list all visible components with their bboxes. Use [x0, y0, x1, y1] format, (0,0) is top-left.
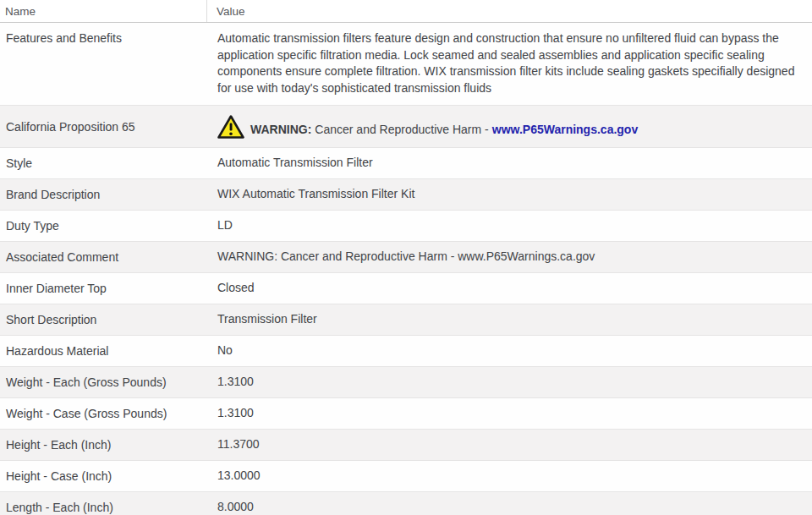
row-value-cell: 1.3100: [207, 374, 812, 391]
row-value-cell: WIX Automatic Transmission Filter Kit: [207, 186, 812, 203]
row-name-cell: California Proposition 65: [0, 119, 207, 134]
row-value-cell: WARNING: Cancer and Reproductive Harm - …: [207, 249, 812, 266]
row-value-cell: 8.0000: [207, 499, 812, 515]
table-row: Features and BenefitsAutomatic transmiss…: [0, 23, 812, 106]
table-row: Weight - Case (Gross Pounds)1.3100: [0, 398, 812, 430]
row-value-cell: Transmission Filter: [207, 311, 812, 328]
row-value-cell: Automatic transmission filters feature d…: [207, 23, 812, 96]
row-value-cell: LD: [207, 217, 812, 234]
warning-text: Cancer and Reproductive Harm -: [315, 123, 488, 136]
table-row: Height - Each (Inch)11.3700: [0, 430, 812, 461]
row-name-cell: Features and Benefits: [0, 23, 207, 46]
table-row: California Proposition 65WARNING:Cancer …: [0, 106, 812, 148]
warning-label: WARNING:: [250, 123, 311, 136]
row-name-cell: Weight - Case (Gross Pounds): [0, 406, 207, 421]
table-row: Duty TypeLD: [0, 211, 812, 242]
row-name-cell: Brand Description: [0, 187, 207, 202]
header-name-column: Name: [0, 0, 207, 22]
row-value-cell: Closed: [207, 280, 812, 297]
table-row: Inner Diameter TopClosed: [0, 273, 812, 304]
table-header: Name Value: [0, 0, 812, 23]
row-name-cell: Height - Each (Inch): [0, 437, 207, 452]
row-value-cell: 1.3100: [207, 405, 812, 422]
header-value-column: Value: [207, 0, 812, 22]
p65-warnings-link[interactable]: www.P65Warnings.ca.gov: [492, 123, 638, 136]
table-row: Associated CommentWARNING: Cancer and Re…: [0, 242, 812, 273]
row-name-cell: Short Description: [0, 312, 207, 327]
row-name-cell: Hazardous Material: [0, 343, 207, 359]
table-row: Hazardous MaterialNo: [0, 336, 812, 367]
row-value-cell: Automatic Transmission Filter: [207, 155, 812, 172]
table-body: Features and BenefitsAutomatic transmiss…: [0, 23, 812, 515]
row-value-cell: 13.0000: [207, 468, 812, 485]
warning-triangle-icon: [217, 114, 244, 140]
table-row: Height - Case (Inch)13.0000: [0, 461, 812, 492]
row-value-cell: No: [207, 342, 812, 359]
row-name-cell: Inner Diameter Top: [0, 281, 207, 296]
row-name-cell: Associated Comment: [0, 249, 207, 265]
row-name-cell: Weight - Each (Gross Pounds): [0, 375, 207, 390]
row-name-cell: Duty Type: [0, 218, 207, 233]
row-name-cell: Style: [0, 156, 207, 171]
table-row: Weight - Each (Gross Pounds)1.3100: [0, 367, 812, 398]
row-value-cell: 11.3700: [207, 436, 812, 453]
table-row: Brand DescriptionWIX Automatic Transmiss…: [0, 179, 812, 211]
product-spec-table: Name Value Features and BenefitsAutomati…: [0, 0, 812, 515]
row-name-cell: Length - Each (Inch): [0, 500, 207, 515]
row-value-cell: WARNING:Cancer and Reproductive Harm -ww…: [207, 114, 812, 140]
warning-message: WARNING:Cancer and Reproductive Harm -ww…: [250, 122, 638, 140]
table-row: Length - Each (Inch)8.0000: [0, 492, 812, 515]
row-name-cell: Height - Case (Inch): [0, 468, 207, 484]
table-row: Short DescriptionTransmission Filter: [0, 304, 812, 336]
table-row: StyleAutomatic Transmission Filter: [0, 148, 812, 179]
